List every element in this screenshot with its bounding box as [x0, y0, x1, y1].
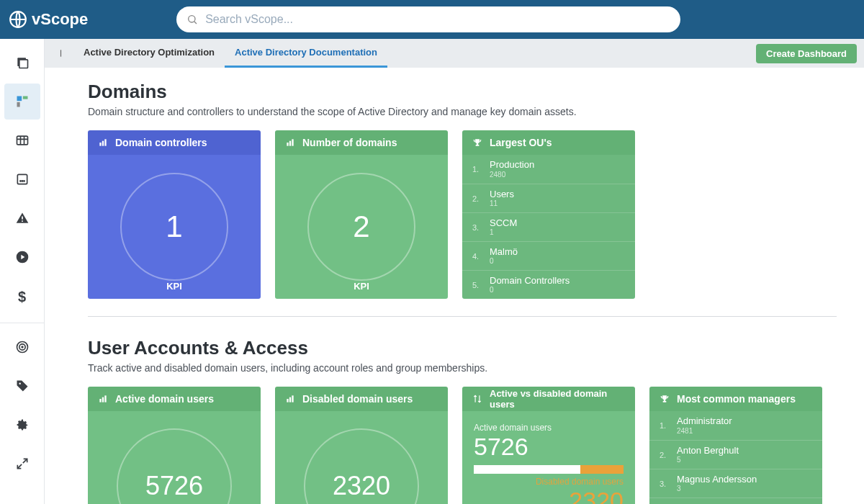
tab-documentation[interactable]: Active Directory Documentation — [225, 39, 387, 68]
card-largest-ous[interactable]: Largest OU's 1.Production2480 2.Users11 … — [462, 130, 635, 299]
library-icon — [15, 55, 30, 70]
svg-rect-25 — [99, 399, 101, 402]
card-title: Most common managers — [677, 393, 796, 405]
svg-rect-23 — [289, 141, 291, 146]
svg-rect-4 — [17, 96, 22, 102]
svg-point-10 — [22, 181, 22, 181]
svg-rect-8 — [17, 174, 27, 184]
sidebar-item-play[interactable] — [4, 239, 40, 275]
svg-point-11 — [23, 181, 24, 181]
section-subtitle-domains: Domain structure and controllers to unde… — [88, 106, 837, 117]
tab-sort-icon[interactable] — [53, 39, 73, 68]
list-item[interactable]: 4.Malmö0 — [462, 241, 635, 270]
svg-rect-24 — [292, 139, 293, 145]
svg-rect-6 — [17, 102, 19, 107]
list-item[interactable]: 1.Production2480 — [462, 155, 635, 184]
svg-rect-29 — [289, 397, 291, 402]
tabs-bar: Active Directory Optimization Active Dir… — [45, 39, 864, 68]
svg-rect-7 — [17, 136, 27, 145]
svg-point-18 — [19, 382, 21, 384]
svg-rect-3 — [19, 60, 27, 68]
sidebar-item-tables[interactable] — [4, 122, 40, 158]
card-title: Largest OU's — [490, 137, 552, 148]
disabled-label: Disabled domain users — [474, 477, 624, 487]
bar-chart-icon — [285, 394, 295, 404]
svg-rect-20 — [102, 141, 104, 146]
kpi-label: KPI — [166, 281, 182, 292]
card-title: Active domain users — [115, 393, 214, 405]
sidebar-item-tags[interactable] — [4, 368, 40, 404]
card-active-vs-disabled[interactable]: Active vs disabled domain users Active d… — [462, 387, 635, 504]
tools-icon — [15, 456, 30, 471]
search-icon — [186, 14, 198, 25]
card-title: Number of domains — [302, 137, 397, 148]
create-dashboard-button[interactable]: Create Dashboard — [756, 44, 857, 63]
table-icon — [15, 133, 30, 148]
card-title: Active vs disabled domain users — [490, 388, 625, 410]
svg-rect-13 — [22, 220, 23, 222]
list-item[interactable]: 3.Magnus Andersson3 — [649, 469, 822, 498]
bar-chart-icon — [98, 138, 108, 148]
svg-rect-30 — [292, 395, 293, 402]
kpi-value: 5726 — [117, 428, 232, 504]
list-item[interactable]: 3.SCCM1 — [462, 212, 635, 241]
svg-rect-5 — [22, 96, 27, 99]
section-subtitle-users: Track active and disabled domain users, … — [88, 362, 837, 374]
ou-list: 1.Production2480 2.Users11 3.SCCM1 4.Mal… — [462, 155, 635, 299]
trophy-icon — [660, 394, 670, 404]
search-input[interactable] — [176, 6, 680, 32]
sidebar-item-target[interactable] — [4, 329, 40, 365]
kpi-value: 1 — [120, 173, 228, 281]
svg-rect-19 — [99, 143, 101, 146]
bar-chart-icon — [285, 138, 295, 148]
active-label: Active domain users — [474, 423, 624, 433]
dollar-icon: $ — [15, 289, 30, 303]
card-title: Disabled domain users — [302, 393, 413, 405]
svg-point-1 — [189, 16, 195, 22]
card-active-domain-users[interactable]: Active domain users 5726 — [88, 387, 261, 504]
section-title-users: User Accounts & Access — [88, 337, 837, 359]
list-item[interactable]: 1.Administrator2481 — [649, 411, 822, 440]
trophy-icon — [472, 138, 482, 148]
list-item[interactable]: 2.Users11 — [462, 184, 635, 212]
tab-optimization[interactable]: Active Directory Optimization — [73, 39, 225, 68]
sidebar-item-tools[interactable] — [4, 446, 40, 482]
sidebar-item-billing[interactable]: $ — [4, 278, 40, 314]
managers-list: 1.Administrator2481 2.Anton Berghult5 3.… — [649, 411, 822, 504]
sidebar: $ — [0, 39, 45, 504]
content-area: Domains Domain structure and controllers… — [45, 68, 864, 504]
svg-rect-27 — [104, 395, 106, 402]
app-logo[interactable]: vScope — [9, 10, 88, 29]
kpi-label: KPI — [354, 281, 369, 292]
note-icon — [15, 172, 30, 186]
disabled-value: 2320 — [474, 487, 624, 504]
list-item[interactable]: 5.Domain Controllers0 — [462, 270, 635, 299]
section-divider — [88, 316, 837, 317]
card-most-common-managers[interactable]: Most common managers 1.Administrator2481… — [649, 387, 822, 504]
kpi-value: 2320 — [304, 428, 419, 504]
sidebar-item-alerts[interactable] — [4, 200, 40, 236]
list-item[interactable]: 4.Nikolai Qveflander — [649, 498, 822, 504]
search-wrapper — [176, 6, 680, 32]
list-item[interactable]: 2.Anton Berghult5 — [649, 440, 822, 469]
card-disabled-domain-users[interactable]: Disabled domain users 2320 — [275, 387, 448, 504]
play-icon — [15, 250, 30, 264]
sidebar-item-library[interactable] — [4, 45, 40, 81]
sidebar-item-settings[interactable] — [4, 407, 40, 443]
kpi-value: 2 — [307, 173, 415, 281]
svg-rect-21 — [104, 139, 106, 145]
card-title: Domain controllers — [115, 137, 207, 148]
card-number-of-domains[interactable]: Number of domains 2 KPI — [275, 130, 448, 299]
svg-point-17 — [22, 346, 23, 348]
sidebar-item-dashboards[interactable] — [4, 84, 40, 120]
svg-rect-22 — [287, 143, 288, 146]
warning-icon — [15, 211, 30, 225]
svg-rect-26 — [102, 397, 104, 402]
tag-icon — [15, 379, 30, 393]
svg-rect-12 — [22, 217, 23, 220]
sidebar-item-notes[interactable] — [4, 161, 40, 197]
svg-point-9 — [19, 181, 20, 181]
compare-icon — [472, 394, 482, 404]
card-domain-controllers[interactable]: Domain controllers 1 KPI — [88, 130, 261, 299]
target-icon — [15, 340, 30, 354]
